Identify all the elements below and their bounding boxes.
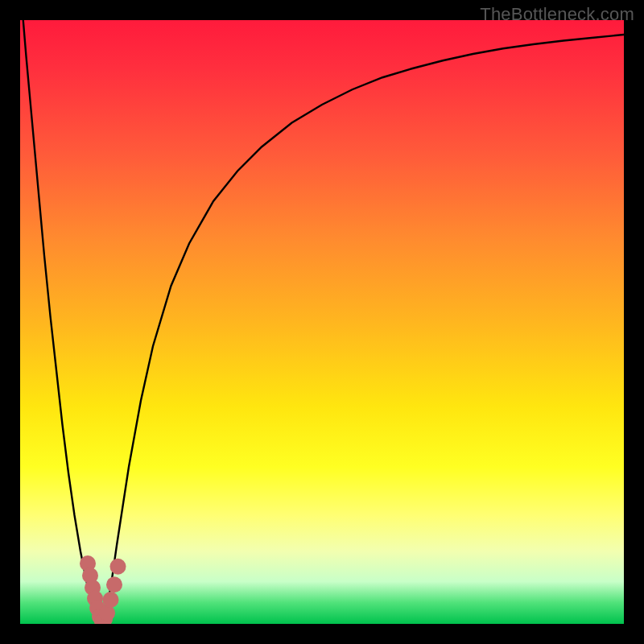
highlight-dot	[106, 576, 122, 592]
watermark-text: TheBottleneck.com	[480, 4, 634, 25]
highlight-dot	[103, 592, 119, 608]
bottleneck-curve	[23, 20, 624, 624]
chart-frame: TheBottleneck.com	[0, 0, 644, 644]
plot-area	[20, 20, 624, 624]
highlight-dot	[110, 559, 126, 575]
chart-svg	[20, 20, 624, 624]
